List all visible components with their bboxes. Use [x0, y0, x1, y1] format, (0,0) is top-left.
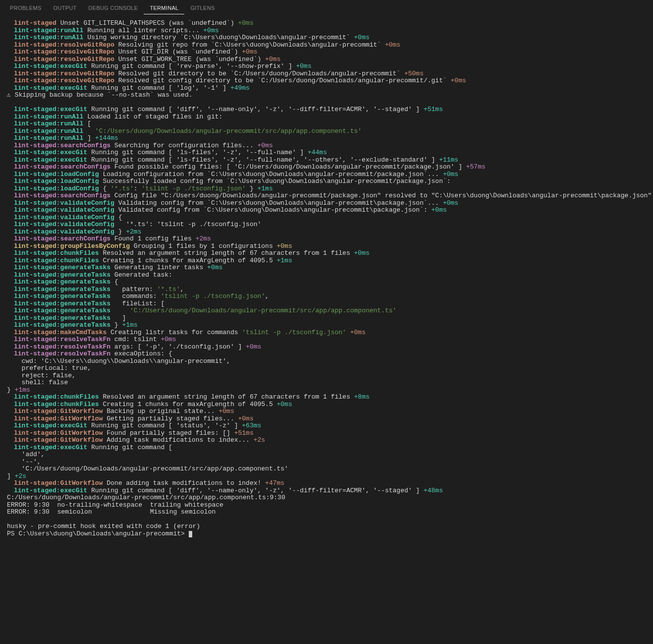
terminal-line: lint-staged:GitWorkflow Getting partiall…	[7, 415, 646, 423]
terminal-line: shell: false	[7, 379, 646, 387]
terminal-line: PS C:\Users\duong\Downloads\angular-prec…	[7, 530, 646, 538]
terminal-line: lint-staged:validateConfig '*.ts': 'tsli…	[7, 221, 646, 229]
terminal-line: lint-staged:runAll 'C:/Users/duong/Downl…	[7, 128, 646, 135]
terminal-line: lint-staged:resolveTaskFn execaOptions: …	[7, 351, 646, 358]
terminal-line: lint-staged:resolveGitRepo Unset GIT_DIR…	[7, 49, 646, 56]
terminal-line: } +1ms	[7, 387, 646, 394]
terminal-line: lint-staged:resolveGitRepo Resolving git…	[7, 42, 646, 49]
terminal-line: lint-staged:runAll Loaded list of staged…	[7, 114, 646, 121]
terminal-line: husky - pre-commit hook exited with code…	[7, 523, 646, 530]
terminal-line: 'add',	[7, 451, 646, 459]
terminal-cursor	[189, 531, 192, 537]
terminal-line: lint-staged:resolveGitRepo Unset GIT_WOR…	[7, 56, 646, 63]
terminal-line: lint-staged:chunkFiles Creating 1 chunks…	[7, 401, 646, 409]
terminal-line: lint-staged:makeCmdTasks Creating listr …	[7, 329, 646, 337]
terminal-line: lint-staged:runAll [	[7, 120, 646, 128]
terminal-line	[7, 99, 646, 107]
terminal-line: lint-staged Unset GIT_LITERAL_PATHSPECS …	[7, 20, 646, 27]
terminal-line: lint-staged:execGit Running git command …	[7, 157, 646, 164]
terminal-line: lint-staged:validateConfig Validating co…	[7, 200, 646, 207]
terminal-line: lint-staged:execGit Running git command …	[7, 444, 646, 452]
terminal-line: lint-staged:validateConfig } +2ms	[7, 229, 646, 236]
terminal-line: lint-staged:groupFilesByConfig Grouping …	[7, 243, 646, 250]
terminal-line: lint-staged:execGit Running git command …	[7, 63, 646, 70]
terminal-line: preferLocal: true,	[7, 365, 646, 372]
terminal-line: lint-staged:chunkFiles Creating 1 chunks…	[7, 257, 646, 265]
terminal-line: lint-staged:runAll Using working directo…	[7, 34, 646, 42]
terminal-line: lint-staged:generateTasks } +1ms	[7, 322, 646, 329]
tab-debug-console[interactable]: DEBUG CONSOLE	[83, 2, 144, 14]
terminal-line: lint-staged:generateTasks Generated task…	[7, 272, 646, 279]
terminal-line: lint-staged:GitWorkflow Backing up origi…	[7, 408, 646, 415]
terminal-line: lint-staged:execGit Running git command …	[7, 149, 646, 157]
terminal-line: lint-staged:resolveTaskFn cmd: tslint +0…	[7, 336, 646, 344]
terminal-line: lint-staged:validateConfig Validated con…	[7, 207, 646, 214]
terminal-line: lint-staged:generateTasks Generating lin…	[7, 264, 646, 272]
terminal-line: lint-staged:execGit Running git command …	[7, 487, 646, 495]
terminal-line: C:/Users/duong/Downloads/angular-precomm…	[7, 494, 646, 502]
terminal-line: ERROR: 9:30 no-trailing-whitespace trail…	[7, 502, 646, 509]
terminal-line: lint-staged:searchConfigs Config file "C…	[7, 192, 646, 200]
terminal-line: lint-staged:runAll Running all linter sc…	[7, 27, 646, 35]
tab-gitlens[interactable]: GITLENS	[184, 2, 220, 14]
terminal-line: lint-staged:GitWorkflow Adding task modi…	[7, 437, 646, 444]
terminal-line: reject: false,	[7, 372, 646, 380]
terminal-line: 'C:/Users/duong/Downloads/angular-precom…	[7, 466, 646, 473]
terminal-line: '--',	[7, 459, 646, 466]
terminal-line: ERROR: 9:30 semicolon Missing semicolon	[7, 509, 646, 516]
terminal-line: lint-staged:chunkFiles Resolved an argum…	[7, 394, 646, 401]
terminal-line: lint-staged:resolveGitRepo Resolved git …	[7, 77, 646, 85]
terminal-line	[7, 516, 646, 524]
terminal-line: lint-staged:searchConfigs Searching for …	[7, 142, 646, 150]
terminal-output[interactable]: lint-staged Unset GIT_LITERAL_PATHSPECS …	[0, 15, 653, 547]
terminal-line: lint-staged:generateTasks {	[7, 279, 646, 286]
terminal-line: ⚠ Skipping backup because `--no-stash` w…	[7, 92, 646, 99]
terminal-line: lint-staged:searchConfigs Found possible…	[7, 164, 646, 171]
terminal-line: lint-staged:resolveTaskFn args: [ '-p', …	[7, 344, 646, 351]
terminal-line: ] +2s	[7, 473, 646, 480]
terminal-line: lint-staged:execGit Running git command …	[7, 85, 646, 92]
tab-terminal[interactable]: TERMINAL	[144, 2, 184, 14]
terminal-line: lint-staged:generateTasks ]	[7, 315, 646, 322]
terminal-line: lint-staged:generateTasks pattern: '*.ts…	[7, 286, 646, 293]
terminal-line: lint-staged:searchConfigs Found 1 config…	[7, 235, 646, 243]
terminal-line: lint-staged:generateTasks fileList: [	[7, 300, 646, 308]
terminal-line: lint-staged:loadConfig Loading configura…	[7, 171, 646, 178]
panel-tabs: PROBLEMSOUTPUTDEBUG CONSOLETERMINALGITLE…	[0, 0, 653, 15]
terminal-line: lint-staged:chunkFiles Resolved an argum…	[7, 250, 646, 257]
terminal-line: lint-staged:runAll ] +144ms	[7, 135, 646, 142]
terminal-line: lint-staged:generateTasks 'C:/Users/duon…	[7, 307, 646, 315]
tab-output[interactable]: OUTPUT	[48, 2, 83, 14]
terminal-line: lint-staged:execGit Running git command …	[7, 422, 646, 430]
terminal-line: lint-staged:loadConfig { '*.ts': 'tslint…	[7, 185, 646, 193]
terminal-line: cwd: 'C:\\Users\\duong\\Downloads\\angul…	[7, 358, 646, 365]
terminal-line: lint-staged:GitWorkflow Found partially …	[7, 430, 646, 437]
terminal-line: lint-staged:generateTasks commands: 'tsl…	[7, 293, 646, 300]
terminal-line: lint-staged:GitWorkflow Done adding task…	[7, 480, 646, 487]
terminal-line: lint-staged:loadConfig Successfully load…	[7, 178, 646, 185]
terminal-line: lint-staged:execGit Running git command …	[7, 106, 646, 114]
terminal-line: lint-staged:resolveGitRepo Resolved git …	[7, 70, 646, 78]
tab-problems[interactable]: PROBLEMS	[4, 2, 48, 14]
terminal-line: lint-staged:validateConfig {	[7, 214, 646, 222]
